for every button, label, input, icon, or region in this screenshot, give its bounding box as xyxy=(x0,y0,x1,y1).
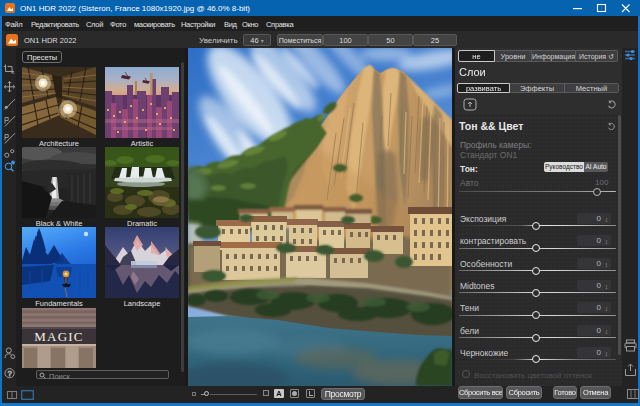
svg-text:?: ? xyxy=(8,370,12,377)
svg-text:MAGIC: MAGIC xyxy=(34,329,83,344)
